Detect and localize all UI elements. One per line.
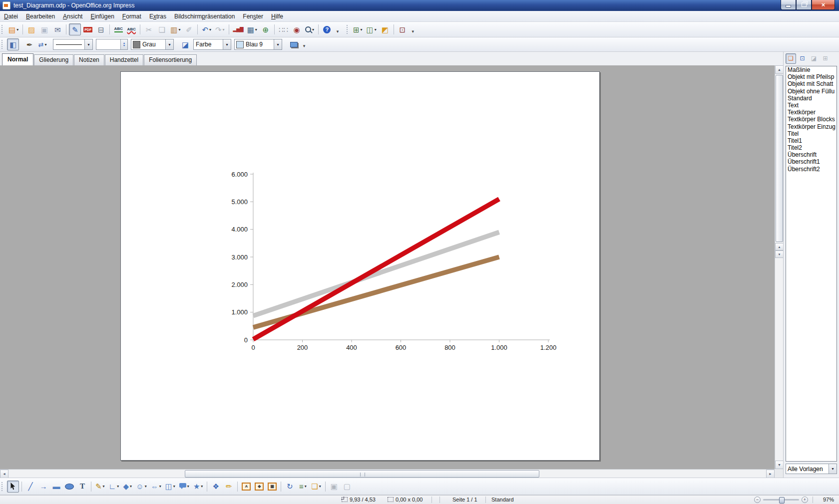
style-item[interactable]: Textkörper Blocks [786,116,837,123]
select-button[interactable] [7,481,19,493]
menu-bildschirmprsentation[interactable]: Bildschirmpräsentation [170,12,239,21]
new-document-button[interactable]: ▤▾ [7,23,20,35]
auto-spellcheck-button[interactable]: ABC [125,23,137,35]
chart-button[interactable]: ▂▅▇ [232,23,245,35]
graphic-styles-button[interactable]: ❏ [786,53,796,64]
slide-layout-button[interactable]: ◫▾ [365,23,378,35]
style-item[interactable]: Überschrift [786,151,837,158]
shadow-button[interactable] [288,38,300,50]
menu-fenster[interactable]: Fenster [239,12,267,21]
styles-list[interactable]: MaßlinieObjekt mit PfeilspObjekt mit Sch… [786,66,837,462]
style-item[interactable]: Standard [786,95,837,102]
basic-shapes-button[interactable]: ◆▾ [121,481,133,493]
zoom-percentage[interactable]: 97% [823,497,834,503]
close-button[interactable]: × [812,0,835,10]
toolbar-more-button[interactable]: ▾ [301,41,308,50]
style-item[interactable]: Objekt mit Schatt [786,80,837,87]
chevron-down-icon[interactable]: ▾ [829,464,837,474]
chart[interactable]: 01.0002.0003.0004.0005.0006.000020040060… [121,72,599,460]
ellipse-button[interactable] [63,481,75,493]
insert-image-button[interactable]: ▦ [266,481,278,493]
slide[interactable]: 01.0002.0003.0004.0005.0006.000020040060… [120,71,600,461]
toolbar-grip[interactable] [1,40,4,49]
tab-handzettel[interactable]: Handzettel [105,54,143,65]
line-width-value[interactable] [96,39,120,49]
fill-color-select[interactable]: Blau 9 ▾ [234,39,282,50]
menu-extras[interactable]: Extras [145,12,170,21]
tab-notizen[interactable]: Notizen [74,54,104,65]
scroll-up-button[interactable]: ▲ [775,65,784,74]
menu-format[interactable]: Format [118,12,145,21]
stars-button[interactable]: ★▾ [192,481,204,493]
chevron-down-icon[interactable]: ▾ [165,39,173,49]
fill-dialog-button[interactable]: ◪ [179,38,191,50]
toolbar-more-button-2[interactable]: ▾ [410,27,417,36]
arrow-button[interactable]: → [37,481,49,493]
style-item[interactable]: Überschrift2 [786,166,837,173]
style-item[interactable]: Text [786,102,837,109]
menu-hilfe[interactable]: Hilfe [267,12,287,21]
previous-slide-button[interactable]: ▲ [775,243,784,251]
zoom-slider-thumb[interactable] [779,497,785,504]
gallery-button[interactable]: ◆ [253,481,265,493]
toolbar-more-button[interactable]: ▾ [334,27,341,36]
style-item[interactable]: Objekt mit Pfeilsp [786,73,837,80]
block-arrows-button[interactable]: ⇔▾ [149,481,163,493]
new-slide-button[interactable]: ⊞▾ [352,23,364,35]
style-item[interactable]: Maßlinie [786,66,837,73]
text-button[interactable]: T [76,481,88,493]
table-button[interactable]: ▦▾ [246,23,259,35]
horizontal-scroll-thumb[interactable] [185,470,539,478]
zoom-button[interactable]: ▾ [304,23,316,35]
navigator-button[interactable]: ◉ [291,23,303,35]
horizontal-scrollbar[interactable]: ◄ ► [0,469,775,478]
style-item[interactable]: Überschrift1 [786,158,837,165]
slide-design-button[interactable]: ◩ [379,23,391,35]
help-button[interactable]: ? [321,23,333,35]
styles-filter-select[interactable]: Alle Vorlagen ▾ [786,464,837,474]
edit-points-button[interactable]: ❖ [210,481,222,493]
style-item[interactable]: Titel2 [786,144,837,151]
style-item[interactable]: Titel1 [786,137,837,144]
line-width-spinner[interactable]: ▴▾ [96,39,128,50]
edit-mode-button[interactable]: ✎ [69,23,81,35]
arrow-style-button[interactable]: ⇄▾ [36,38,48,50]
alignment-button[interactable]: ≡▾ [297,481,309,493]
menu-ansicht[interactable]: Ansicht [59,12,86,21]
menu-einfgen[interactable]: Einfügen [86,12,118,21]
zoom-out-button[interactable]: − [754,497,761,503]
style-item[interactable]: Textkörper Einzug [786,123,837,130]
next-slide-button[interactable]: ▼ [775,251,784,258]
fill-type-select[interactable]: Farbe ▾ [193,39,231,50]
tab-gliederung[interactable]: Gliederung [34,54,73,65]
menu-bearbeiten[interactable]: Bearbeiten [22,12,59,21]
spellcheck-button[interactable]: ABC [112,23,124,35]
menu-datei[interactable]: Datei [0,12,22,21]
hyperlink-button[interactable]: ⊕ [260,23,272,35]
fontwork-gallery-button[interactable]: A [240,481,252,493]
line-dialog-button[interactable]: ✒ [23,38,35,50]
line-color-select[interactable]: Grau ▾ [131,39,174,50]
zoom-slider[interactable] [763,499,799,501]
curve-button[interactable]: ✎▾ [94,481,106,493]
restore-button[interactable] [796,0,812,10]
style-item[interactable]: Titel [786,130,837,137]
toolbar-grip[interactable] [1,25,4,34]
slideshow-button[interactable]: ⊡ [397,23,409,35]
toolbar-grip[interactable] [1,482,4,491]
line-style-select[interactable]: ▾ [53,39,93,50]
paste-button[interactable]: ▥▾ [169,23,182,35]
zoom-in-button[interactable]: + [802,497,808,503]
glue-points-button[interactable]: ✏ [223,481,235,493]
chevron-down-icon[interactable]: ▾ [84,39,92,49]
arrange-button[interactable]: ❏▾ [310,481,322,493]
chevron-down-icon[interactable]: ▾ [274,39,282,49]
tab-normal[interactable]: Normal [2,53,33,65]
chevron-down-icon[interactable]: ▾ [223,39,231,49]
scroll-left-button[interactable]: ◄ [0,470,8,478]
scroll-right-button[interactable]: ► [766,470,775,478]
minimize-button[interactable] [781,0,796,10]
connector-button[interactable]: ∟▾ [107,481,121,493]
grid-button[interactable]: ∷∷ [277,23,290,35]
style-item[interactable]: Objekt ohne Füllu [786,88,837,95]
